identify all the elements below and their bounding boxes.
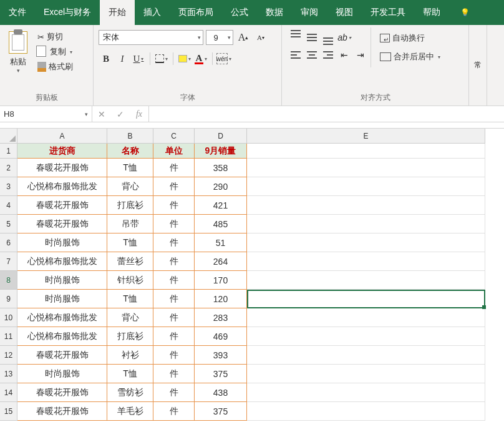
cell-D2[interactable]: 358: [195, 159, 247, 177]
cell-E15[interactable]: [247, 402, 485, 421]
increase-font-button[interactable]: A▴: [236, 30, 251, 45]
cell-C3[interactable]: 件: [153, 177, 195, 196]
cell-A9[interactable]: 时尚服饰: [17, 290, 107, 308]
cell-B5[interactable]: 吊带: [107, 215, 153, 233]
cell-B4[interactable]: 打底衫: [107, 196, 153, 215]
cell-B1[interactable]: 名称: [107, 144, 153, 159]
cell-E4[interactable]: [247, 196, 485, 215]
row-header-13[interactable]: 13: [0, 365, 17, 383]
cell-A13[interactable]: 时尚服饰: [17, 365, 107, 383]
formula-input[interactable]: [149, 106, 504, 122]
cell-E8[interactable]: [247, 271, 485, 290]
cell-E6[interactable]: [247, 233, 485, 252]
cell-A2[interactable]: 春暖花开服饰: [17, 159, 107, 177]
cell-D12[interactable]: 393: [195, 346, 247, 365]
spreadsheet-grid[interactable]: 123456789101112131415 ABCDE 进货商名称单位9月销量春…: [0, 129, 504, 421]
format-painter-button[interactable]: 格式刷: [37, 61, 73, 72]
cell-A11[interactable]: 心悦棉布服饰批发: [17, 327, 107, 346]
tab-数据[interactable]: 数据: [257, 0, 292, 25]
cell-B14[interactable]: 雪纺衫: [107, 383, 153, 402]
cell-B8[interactable]: 针织衫: [107, 271, 153, 290]
font-size-select[interactable]: 9▾: [206, 30, 233, 45]
row-header-8[interactable]: 8: [0, 271, 17, 290]
bold-button[interactable]: B: [99, 51, 114, 66]
increase-indent-button[interactable]: ⇥: [353, 47, 368, 62]
row-header-2[interactable]: 2: [0, 159, 17, 177]
cell-A1[interactable]: 进货商: [17, 144, 107, 159]
cell-D14[interactable]: 438: [195, 383, 247, 402]
select-all-corner[interactable]: [0, 129, 17, 144]
cell-D5[interactable]: 485: [195, 215, 247, 233]
merge-center-button[interactable]: 合并后居中▾: [376, 49, 444, 65]
row-header-7[interactable]: 7: [0, 252, 17, 271]
cell-E2[interactable]: [247, 159, 485, 177]
decrease-indent-button[interactable]: ⇤: [337, 47, 352, 62]
row-header-5[interactable]: 5: [0, 215, 17, 233]
paste-button[interactable]: 粘贴 ▾: [4, 27, 32, 74]
cell-B6[interactable]: T恤: [107, 233, 153, 252]
align-center-button[interactable]: [304, 47, 319, 62]
cell-E12[interactable]: [247, 346, 485, 365]
cell-E14[interactable]: [247, 383, 485, 402]
cell-E7[interactable]: [247, 252, 485, 271]
cell-D13[interactable]: 375: [195, 365, 247, 383]
tab-开始[interactable]: 开始: [100, 0, 135, 25]
align-bottom-button[interactable]: [321, 30, 336, 45]
cell-C6[interactable]: 件: [153, 233, 195, 252]
col-header-C[interactable]: C: [153, 129, 195, 144]
cell-A3[interactable]: 心悦棉布服饰批发: [17, 177, 107, 196]
align-middle-button[interactable]: [304, 30, 319, 45]
cell-A15[interactable]: 春暖花开服饰: [17, 402, 107, 421]
cell-D15[interactable]: 375: [195, 402, 247, 421]
font-color-button[interactable]: A▾: [193, 51, 208, 66]
cell-E1[interactable]: [247, 144, 485, 159]
row-header-12[interactable]: 12: [0, 346, 17, 365]
tell-me-icon[interactable]: 💡: [454, 0, 476, 25]
cell-B12[interactable]: 衬衫: [107, 346, 153, 365]
font-name-select[interactable]: 宋体▾: [99, 30, 203, 45]
cell-C4[interactable]: 件: [153, 196, 195, 215]
tab-审阅[interactable]: 审阅: [292, 0, 327, 25]
wrap-text-button[interactable]: 自动换行: [376, 30, 444, 46]
tab-文件[interactable]: 文件: [0, 0, 35, 25]
fx-icon[interactable]: fx: [130, 109, 148, 119]
cell-A14[interactable]: 春暖花开服饰: [17, 383, 107, 402]
cell-D11[interactable]: 469: [195, 327, 247, 346]
copy-button[interactable]: 复制▾: [37, 46, 73, 57]
enter-icon[interactable]: ✓: [111, 109, 130, 119]
cell-C11[interactable]: 件: [153, 327, 195, 346]
align-left-button[interactable]: [288, 47, 303, 62]
italic-button[interactable]: I: [115, 51, 130, 66]
tab-视图[interactable]: 视图: [327, 0, 362, 25]
cell-D1[interactable]: 9月销量: [195, 144, 247, 159]
orientation-button[interactable]: ab▾: [337, 30, 352, 45]
tab-公式[interactable]: 公式: [222, 0, 257, 25]
tab-插入[interactable]: 插入: [135, 0, 170, 25]
cell-D6[interactable]: 51: [195, 233, 247, 252]
row-header-11[interactable]: 11: [0, 327, 17, 346]
cell-D7[interactable]: 264: [195, 252, 247, 271]
cell-C13[interactable]: 件: [153, 365, 195, 383]
cell-C1[interactable]: 单位: [153, 144, 195, 159]
cell-B9[interactable]: T恤: [107, 290, 153, 308]
row-header-10[interactable]: 10: [0, 308, 17, 327]
cell-C12[interactable]: 件: [153, 346, 195, 365]
cell-D4[interactable]: 421: [195, 196, 247, 215]
cancel-icon[interactable]: ✕: [92, 109, 111, 119]
cell-D3[interactable]: 290: [195, 177, 247, 196]
row-header-15[interactable]: 15: [0, 402, 17, 421]
row-header-1[interactable]: 1: [0, 144, 17, 159]
row-header-4[interactable]: 4: [0, 196, 17, 215]
cell-C10[interactable]: 件: [153, 308, 195, 327]
cell-A7[interactable]: 心悦棉布服饰批发: [17, 252, 107, 271]
cell-D10[interactable]: 283: [195, 308, 247, 327]
cell-A6[interactable]: 时尚服饰: [17, 233, 107, 252]
cut-button[interactable]: ✂ 剪切: [37, 31, 73, 42]
row-header-9[interactable]: 9: [0, 290, 17, 308]
cell-C2[interactable]: 件: [153, 159, 195, 177]
cell-E3[interactable]: [247, 177, 485, 196]
cell-B10[interactable]: 背心: [107, 308, 153, 327]
cell-C9[interactable]: 件: [153, 290, 195, 308]
cell-C7[interactable]: 件: [153, 252, 195, 271]
cell-D8[interactable]: 170: [195, 271, 247, 290]
